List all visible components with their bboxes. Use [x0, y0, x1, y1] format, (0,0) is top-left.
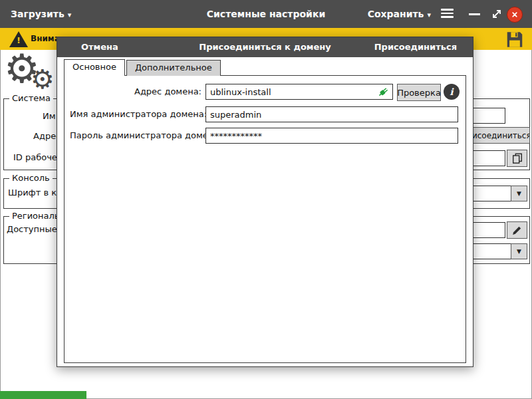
label-computer-name: Им: [43, 109, 56, 124]
expand-icon: [491, 8, 503, 20]
chevron-down-icon: ▼: [517, 248, 521, 255]
info-button[interactable]: i: [444, 84, 460, 100]
label-console-font: Шрифт в ко: [8, 186, 62, 200]
dialog-header: Отмена Присоединиться к домену Присоедин…: [57, 37, 473, 57]
domain-address-label: Адрес домена:: [70, 84, 201, 100]
app-window: Системные настройки Загрузить▾ Сохранить…: [0, 0, 532, 399]
tab-panel-basic: Адрес домена: Проверка i Имя администрат…: [64, 75, 466, 363]
label-workgroup-id: ID рабочей: [13, 150, 63, 165]
join-domain-button-fragment[interactable]: рисоединиться: [468, 127, 530, 144]
join-domain-dialog: Отмена Присоединиться к домену Присоедин…: [57, 37, 473, 367]
group-console-legend: Консоль: [9, 173, 53, 183]
tab-additional[interactable]: Дополнительное: [126, 60, 221, 76]
group-system-legend: Система: [9, 93, 53, 103]
admin-password-input[interactable]: [205, 128, 458, 144]
dialog-tabs: Основное Дополнительное: [64, 60, 221, 76]
gear-icon: ⚙: [31, 65, 55, 93]
admin-name-input[interactable]: [205, 106, 458, 122]
save-menu-label: Сохранить: [368, 9, 424, 19]
info-icon: i: [450, 86, 453, 97]
check-button[interactable]: Проверка: [397, 84, 441, 101]
domain-address-input[interactable]: [205, 84, 393, 100]
chevron-down-icon: ▾: [68, 11, 72, 19]
admin-password-label: Пароль администратора домена:: [70, 128, 201, 144]
chevron-down-icon: ▼: [517, 190, 521, 197]
dropdown-arrow-button[interactable]: ▼: [511, 186, 527, 201]
join-button[interactable]: Присоединиться: [374, 37, 457, 57]
copy-button[interactable]: [507, 150, 527, 167]
tab-basic[interactable]: Основное: [64, 59, 125, 76]
load-menu-label: Загрузить: [11, 9, 65, 19]
chevron-down-icon: ▾: [427, 11, 431, 19]
dropdown-arrow-button[interactable]: ▼: [511, 243, 527, 259]
warning-exclamation: !: [15, 35, 23, 45]
settings-gears-icon: ⚙ ⚙: [4, 48, 60, 97]
pencil-icon: [511, 225, 523, 236]
save-menu-button[interactable]: Сохранить▾: [368, 0, 431, 29]
copy-icon: [511, 152, 523, 164]
maximize-button[interactable]: [491, 8, 503, 20]
admin-name-label: Имя администратора домена:: [70, 106, 201, 122]
floppy-save-icon: [505, 31, 525, 49]
close-icon: [510, 10, 519, 19]
minimize-button[interactable]: [469, 13, 480, 15]
close-button[interactable]: [507, 7, 523, 23]
status-bar-fragment: [0, 391, 86, 399]
save-settings-button[interactable]: [503, 30, 527, 49]
edit-button[interactable]: [507, 221, 527, 239]
titlebar: Системные настройки Загрузить▾ Сохранить…: [0, 0, 532, 28]
connection-ok-plug-icon: [377, 86, 390, 98]
hamburger-menu-icon[interactable]: [441, 9, 454, 19]
load-menu-button[interactable]: Загрузить▾: [11, 0, 71, 29]
